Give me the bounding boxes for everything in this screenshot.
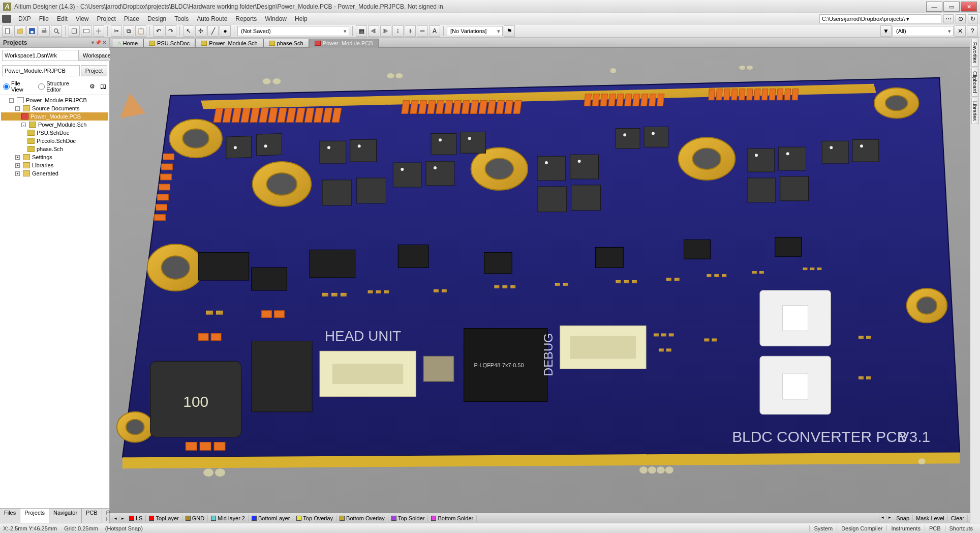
preview-button[interactable] bbox=[51, 25, 62, 37]
pcb-3d-viewport[interactable]: 100 HEAD UNIT bbox=[110, 48, 970, 513]
menu-window[interactable]: Window bbox=[261, 14, 291, 23]
close-button[interactable]: ✕ bbox=[961, 2, 977, 12]
right-tab-clipboard[interactable]: Clipboard bbox=[971, 68, 979, 97]
layer-next[interactable]: ▸ bbox=[119, 516, 126, 521]
help-icon[interactable]: ? bbox=[967, 25, 978, 37]
copy-button[interactable]: ⧉ bbox=[123, 25, 134, 37]
route-button[interactable]: ╱ bbox=[207, 25, 219, 37]
project-tree[interactable]: -Power_Module.PRJPCB-Source DocumentsPow… bbox=[0, 95, 109, 508]
align-right-button[interactable]: ⫸ bbox=[380, 25, 391, 37]
path-go-button[interactable]: ⊙ bbox=[956, 14, 966, 23]
status-btn[interactable]: System bbox=[809, 525, 837, 531]
grid-button[interactable]: ▦ bbox=[356, 25, 367, 37]
layer-tab[interactable]: GND bbox=[182, 515, 208, 522]
align-bottom-button[interactable]: ⫵ bbox=[405, 25, 416, 37]
align-left-button[interactable]: ⫷ bbox=[368, 25, 379, 37]
filter-funnel-button[interactable]: ▼ bbox=[880, 25, 892, 37]
menu-project[interactable]: Project bbox=[93, 14, 120, 23]
menu-file[interactable]: File bbox=[35, 14, 53, 23]
layer-tab[interactable]: Top Overlay bbox=[293, 515, 336, 522]
layer-tab[interactable]: LS bbox=[126, 515, 146, 522]
bottom-tab[interactable]: Projects bbox=[20, 509, 49, 523]
tree-item[interactable]: -Power_Module.Sch bbox=[1, 121, 108, 129]
tree-item[interactable]: Power_Module.PCB bbox=[1, 112, 108, 121]
status-btn[interactable]: Instruments bbox=[886, 525, 924, 531]
project-button[interactable]: Project bbox=[81, 65, 107, 76]
all-combo[interactable]: (All) bbox=[893, 26, 954, 36]
tree-item[interactable]: Piccolo.SchDoc bbox=[1, 137, 108, 145]
status-btn[interactable]: PCB bbox=[925, 525, 945, 531]
panel-menu-icon[interactable]: ▾ bbox=[91, 40, 94, 45]
menu-view[interactable]: View bbox=[72, 14, 93, 23]
menu-auto-route[interactable]: Auto Route bbox=[193, 14, 231, 23]
menu-help[interactable]: Help bbox=[291, 14, 312, 23]
doc-tab[interactable]: phase.Sch bbox=[263, 39, 309, 47]
right-tab-favorites[interactable]: Favorites bbox=[971, 39, 979, 67]
menu-design[interactable]: Design bbox=[143, 14, 170, 23]
tree-item[interactable]: PSU.SchDoc bbox=[1, 129, 108, 137]
bottom-tab[interactable]: Navigator bbox=[49, 509, 82, 523]
layer-tab[interactable]: Top Solder bbox=[388, 515, 428, 522]
zoom-in-button[interactable] bbox=[69, 25, 80, 37]
clear-filter-button[interactable]: ✕ bbox=[955, 25, 966, 37]
layer-tab[interactable]: Bottom Solder bbox=[428, 515, 477, 522]
new-button[interactable] bbox=[2, 25, 13, 37]
workspace-dropdown[interactable] bbox=[2, 50, 77, 61]
select-button[interactable]: ↖ bbox=[183, 25, 194, 37]
file-view-radio[interactable]: File View bbox=[3, 80, 33, 93]
menu-tools[interactable]: Tools bbox=[170, 14, 193, 23]
status-btn[interactable]: Design Compiler bbox=[837, 525, 886, 531]
flag-button[interactable]: ⚑ bbox=[504, 25, 515, 37]
panel-tree-icon[interactable]: 🕮 bbox=[100, 83, 106, 90]
via-button[interactable]: ● bbox=[220, 25, 231, 37]
path-dropdown[interactable]: C:\Users\jarrod\Dropbox\projects\ ▾ bbox=[819, 14, 941, 23]
doc-tab[interactable]: PSU.SchDoc bbox=[143, 39, 195, 47]
distribute-button[interactable]: ═ bbox=[417, 25, 428, 37]
layer-tab[interactable]: Mid layer 2 bbox=[208, 515, 249, 522]
right-tab-libraries[interactable]: Libraries bbox=[971, 98, 979, 124]
doc-tab[interactable]: Power_Module.Sch bbox=[195, 39, 263, 47]
doc-tab[interactable]: Power_Module.PCB bbox=[309, 39, 379, 48]
print-button[interactable] bbox=[39, 25, 50, 37]
layer-right-btn[interactable]: Snap bbox=[893, 515, 913, 522]
bottom-tab[interactable]: Files bbox=[0, 509, 20, 523]
paste-button[interactable]: 📋 bbox=[135, 25, 146, 37]
menu-edit[interactable]: Edit bbox=[53, 14, 72, 23]
layer-right-btn[interactable]: Mask Level bbox=[913, 515, 948, 522]
tree-item[interactable]: -Power_Module.PRJPCB bbox=[1, 96, 108, 104]
tree-item[interactable]: +Generated bbox=[1, 169, 108, 177]
panel-settings-icon[interactable]: ⚙ bbox=[89, 83, 95, 90]
project-file-field[interactable] bbox=[2, 65, 80, 76]
dxp-icon[interactable] bbox=[2, 15, 11, 23]
tree-item[interactable]: +Libraries bbox=[1, 161, 108, 169]
open-button[interactable] bbox=[14, 25, 25, 37]
status-btn[interactable]: Shortcuts bbox=[945, 525, 977, 531]
path-browse-button[interactable]: ⋯ bbox=[943, 14, 954, 23]
crosshair-button[interactable] bbox=[93, 25, 104, 37]
menu-dxp[interactable]: DXP bbox=[14, 14, 35, 23]
align-top-button[interactable]: ⫶ bbox=[392, 25, 404, 37]
bottom-tab[interactable]: PCB bbox=[82, 509, 102, 523]
structure-editor-radio[interactable]: Structure Editor bbox=[38, 80, 84, 93]
menu-place[interactable]: Place bbox=[120, 14, 143, 23]
layer-right-btn[interactable]: Clear bbox=[948, 515, 968, 522]
menu-reports[interactable]: Reports bbox=[231, 14, 261, 23]
maximize-button[interactable]: ▭ bbox=[943, 2, 960, 12]
save-button[interactable] bbox=[26, 25, 38, 37]
path-refresh-button[interactable]: ↻ bbox=[968, 14, 978, 23]
undo-button[interactable]: ↶ bbox=[153, 25, 164, 37]
text-button[interactable]: A bbox=[429, 25, 440, 37]
layer-tab[interactable]: Bottom Overlay bbox=[336, 515, 388, 522]
tree-item[interactable]: +Settings bbox=[1, 153, 108, 161]
tree-item[interactable]: phase.Sch bbox=[1, 145, 108, 153]
layer-tab[interactable]: TopLayer bbox=[146, 515, 182, 522]
cut-button[interactable]: ✂ bbox=[111, 25, 122, 37]
tree-item[interactable]: -Source Documents bbox=[1, 104, 108, 112]
layer-prev[interactable]: ◂ bbox=[112, 516, 119, 521]
move-button[interactable]: ✢ bbox=[195, 25, 206, 37]
doc-tab[interactable]: ⌂Home bbox=[112, 39, 143, 47]
panel-pin-icon[interactable]: 📌 bbox=[95, 40, 101, 45]
redo-button[interactable]: ↷ bbox=[165, 25, 176, 37]
minimize-button[interactable]: — bbox=[926, 2, 942, 12]
variation-combo[interactable]: [No Variations] bbox=[447, 26, 503, 36]
